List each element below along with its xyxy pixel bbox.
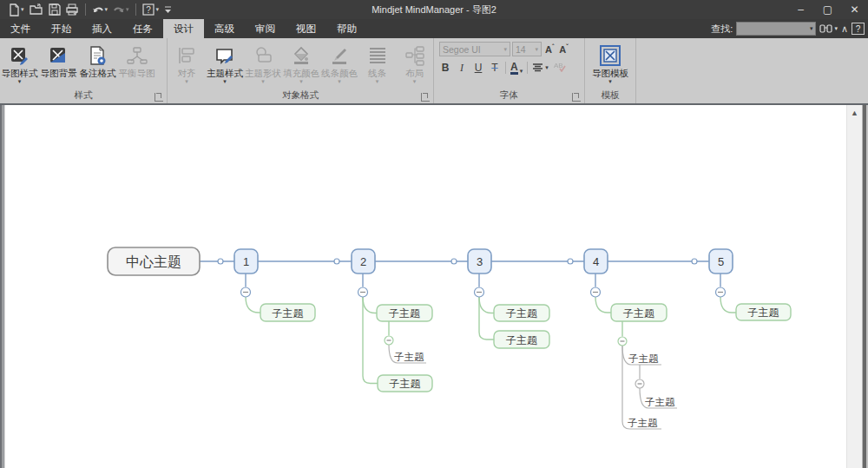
ribbon-group-style: 导图样式 ▾ 导图背景 备注格式 平衡导图: [0, 38, 168, 103]
chevron-down-icon[interactable]: ▾: [545, 64, 549, 71]
topic-node[interactable]: 1: [234, 249, 258, 274]
align-icon: [176, 43, 197, 68]
chevron-down-icon: ▾: [608, 78, 612, 85]
notes-format-icon: [88, 43, 108, 68]
dialog-launcher-icon[interactable]: [572, 93, 581, 102]
svg-text:1: 1: [243, 255, 249, 268]
scrollbar-up-arrow[interactable]: ▲: [847, 105, 862, 120]
print-button[interactable]: [64, 2, 81, 17]
topic-style-button[interactable]: 主题样式 ▾: [206, 42, 244, 85]
font-color-button[interactable]: A ▾: [510, 62, 523, 75]
topic-node[interactable]: 5: [709, 249, 733, 274]
subtopic-node[interactable]: 子主题: [494, 331, 549, 348]
chevron-down-icon: ▾: [376, 78, 379, 85]
line-subtopic-node[interactable]: 子主题: [394, 352, 424, 362]
subtopic-node[interactable]: 子主题: [494, 305, 549, 321]
find-label: 查找:: [711, 23, 733, 36]
tab-file[interactable]: 文件: [0, 19, 41, 38]
dialog-launcher-icon[interactable]: [155, 93, 163, 102]
tab-insert[interactable]: 插入: [82, 19, 122, 38]
save-button[interactable]: [47, 2, 62, 17]
ribbon-help-button[interactable]: ?: [852, 23, 865, 35]
tab-home[interactable]: 开始: [41, 19, 82, 38]
italic-button[interactable]: I: [456, 62, 468, 75]
ribbon-group-object-format: 对齐 ▾ 主题样式 ▾ 主题形状 ▾ 填充颜色: [168, 38, 434, 103]
topic-node[interactable]: 2: [352, 249, 375, 274]
topic-node[interactable]: 3: [468, 249, 491, 274]
subtopic-node[interactable]: 子主题: [260, 304, 315, 321]
line-style-icon: [367, 43, 388, 68]
map-canvas[interactable]: 中心主题 1 2 3 4 5 子主题 子主题: [0, 105, 868, 468]
minimize-button[interactable]: –: [787, 0, 814, 19]
chevron-down-icon: ▾: [185, 78, 188, 85]
subtopic-node[interactable]: 子主题: [378, 375, 432, 392]
bold-button[interactable]: B: [439, 62, 451, 74]
svg-text:子主题: 子主题: [645, 397, 675, 407]
close-button[interactable]: ✕: [841, 0, 868, 19]
chevron-down-icon[interactable]: ▾: [520, 68, 523, 75]
save-icon: [49, 3, 61, 16]
central-topic[interactable]: 中心主题: [108, 247, 200, 275]
svg-text:子主题: 子主题: [390, 378, 421, 390]
notes-format-button[interactable]: 备注格式: [78, 42, 117, 78]
help-button[interactable]: ? ▾: [141, 2, 161, 17]
collapse-icon[interactable]: [618, 337, 627, 346]
map-style-button[interactable]: 导图样式 ▾: [0, 42, 39, 85]
svg-text:2: 2: [360, 255, 366, 268]
underline-button[interactable]: U: [472, 62, 484, 74]
collapse-ribbon-button[interactable]: ∧: [841, 23, 848, 35]
toolbar-separator: [85, 3, 86, 16]
maximize-button[interactable]: ▢: [814, 0, 841, 19]
collapse-icon[interactable]: [591, 287, 601, 297]
open-button[interactable]: [28, 2, 45, 17]
chevron-down-icon[interactable]: ▾: [834, 25, 838, 32]
map-template-button[interactable]: 导图模板 ▾: [586, 42, 635, 85]
collapse-icon[interactable]: [385, 336, 393, 345]
redo-button: ▾: [111, 2, 131, 17]
collapse-icon[interactable]: [241, 287, 251, 297]
new-document-button[interactable]: ▾: [7, 2, 26, 17]
subtopic-node[interactable]: 子主题: [611, 304, 667, 321]
subtopic-node[interactable]: 子主题: [736, 304, 791, 320]
tab-advanced[interactable]: 高级: [204, 19, 245, 38]
collapse-icon[interactable]: [358, 287, 368, 297]
tab-task[interactable]: 任务: [122, 19, 163, 38]
tab-review[interactable]: 审阅: [245, 19, 286, 38]
help-icon: ?: [142, 3, 155, 16]
find-input[interactable]: ▾: [736, 22, 816, 36]
tab-view[interactable]: 视图: [286, 19, 326, 38]
shrink-font-button[interactable]: Aˇ: [557, 43, 569, 55]
topic-drop-lines: [246, 274, 720, 287]
undo-button[interactable]: ▾: [90, 2, 110, 17]
tab-help[interactable]: 帮助: [326, 19, 367, 38]
line-subtopic-node[interactable]: 子主题: [645, 397, 675, 407]
align-text-icon: [532, 63, 543, 73]
dialog-launcher-icon[interactable]: [421, 93, 430, 102]
chevron-down-icon: ▾: [21, 6, 24, 13]
map-background-button[interactable]: 导图背景: [39, 42, 78, 78]
alignment-button[interactable]: ▾: [532, 63, 549, 73]
quick-access-toolbar: ▾ ▾ ▾ ? ▾: [0, 2, 174, 17]
vertical-scrollbar[interactable]: ▲: [846, 105, 862, 468]
layout-button: 布局 ▾: [396, 42, 433, 85]
line-subtopic-node[interactable]: 子主题: [628, 353, 659, 364]
grow-font-button[interactable]: Aˆ: [543, 43, 556, 55]
find-binoculars-button[interactable]: ▾: [819, 23, 838, 34]
topic-style-icon: [214, 43, 235, 68]
chevron-down-icon[interactable]: ▾: [105, 6, 108, 13]
customize-qat-button[interactable]: [162, 2, 174, 17]
collapse-icon[interactable]: [475, 287, 484, 297]
topic-node[interactable]: 4: [584, 249, 608, 274]
ribbon-group-template: 导图模板 ▾ 模板: [585, 38, 636, 103]
tab-design[interactable]: 设计: [163, 19, 204, 38]
chevron-down-icon[interactable]: ▾: [810, 25, 816, 32]
binoculars-icon: [819, 23, 832, 34]
collapse-icon[interactable]: [716, 287, 726, 297]
spellcheck-icon: AB: [553, 61, 567, 72]
svg-text:子主题: 子主题: [506, 334, 537, 346]
collapse-icon[interactable]: [635, 379, 644, 388]
strikethrough-button[interactable]: T: [489, 62, 501, 74]
chevron-down-icon[interactable]: ▾: [156, 6, 160, 13]
subtopic-node[interactable]: 子主题: [377, 305, 432, 321]
line-subtopic-node[interactable]: 子主题: [628, 418, 658, 428]
